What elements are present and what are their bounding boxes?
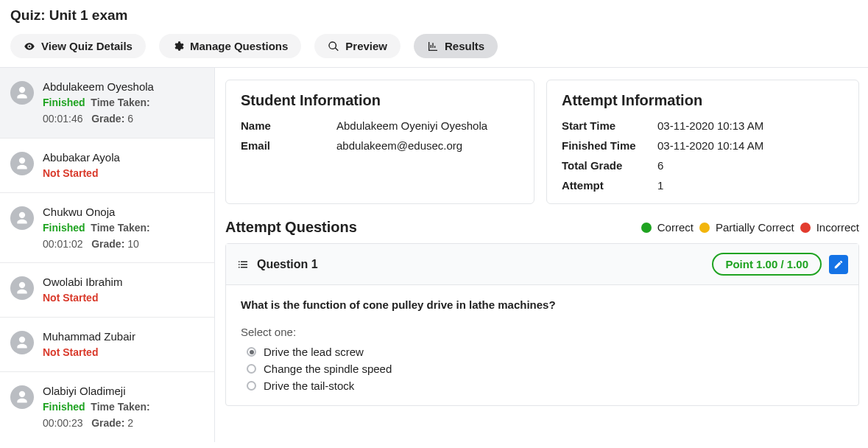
- student-info-card: Student Information Name Abdulakeem Oyen…: [225, 80, 534, 204]
- chart-icon: [427, 41, 439, 52]
- attempt-value: 1: [657, 179, 844, 192]
- tab-results[interactable]: Results: [414, 34, 498, 58]
- grade-label: Grade:: [91, 113, 124, 125]
- student-name: Chukwu Onoja: [43, 203, 150, 220]
- name-value: Abdulakeem Oyeniyi Oyeshola: [336, 119, 519, 132]
- time-taken-label: Time Taken:: [91, 97, 149, 108]
- start-time-label: Start Time: [562, 119, 657, 132]
- tab-label: Results: [445, 40, 484, 52]
- radio-icon: [247, 347, 256, 357]
- answer-option: Drive the lead screw: [247, 346, 844, 358]
- attempt-label: Attempt: [562, 179, 657, 192]
- finish-time-label: Finished Time: [562, 139, 657, 152]
- card-title: Student Information: [241, 92, 519, 109]
- avatar: [10, 385, 34, 409]
- dot-partial-icon: [699, 223, 710, 233]
- question-card: Question 1 Point 1.00 / 1.00 What is the…: [225, 243, 859, 406]
- total-grade-label: Total Grade: [562, 159, 657, 172]
- tab-label: Manage Questions: [190, 40, 288, 52]
- student-name: Abubakar Ayola: [43, 149, 120, 166]
- student-list-item[interactable]: Chukwu Onoja Finished Time Taken: 00:01:…: [0, 193, 214, 264]
- page-title: Quiz: Unit 1 exam: [10, 7, 858, 24]
- option-text: Change the spindle speed: [264, 363, 392, 375]
- start-time-value: 03-11-2020 10:13 AM: [657, 119, 844, 132]
- radio-icon: [247, 381, 256, 391]
- student-name: Abdulakeem Oyeshola: [43, 78, 154, 95]
- radio-icon: [247, 364, 256, 374]
- time-taken-value: 00:00:23: [43, 417, 83, 429]
- email-value: abdulakeem@edusec.org: [336, 139, 519, 152]
- pencil-icon: [833, 259, 844, 270]
- option-text: Drive the lead screw: [264, 346, 364, 358]
- dot-incorrect-icon: [800, 223, 811, 233]
- legend-partial: Partially Correct: [716, 221, 794, 234]
- point-badge: Point 1.00 / 1.00: [712, 253, 822, 276]
- tab-label: View Quiz Details: [41, 40, 133, 52]
- option-text: Drive the tail-stock: [264, 379, 354, 392]
- avatar: [10, 276, 34, 300]
- student-list-item[interactable]: Abdulakeem Oyeshola Finished Time Taken:…: [0, 68, 214, 139]
- status-badge: Finished: [43, 222, 85, 234]
- list-icon: [236, 258, 250, 271]
- grade-label: Grade:: [91, 238, 124, 250]
- grade-value: 2: [127, 417, 133, 429]
- student-list-item[interactable]: Owolabi Ibrahim Not Started: [0, 263, 214, 318]
- grade-value: 10: [127, 238, 139, 250]
- legend-incorrect: Incorrect: [816, 221, 859, 234]
- avatar: [10, 331, 34, 354]
- grade-label: Grade:: [91, 417, 124, 429]
- tab-label: Preview: [345, 40, 387, 52]
- total-grade-value: 6: [657, 159, 844, 172]
- attempt-questions-title: Attempt Questions: [225, 219, 357, 236]
- student-name: Olabiyi Oladimeji: [43, 382, 150, 399]
- search-icon: [328, 41, 339, 52]
- avatar: [10, 152, 34, 175]
- time-taken-label: Time Taken:: [91, 401, 149, 413]
- attempt-info-card: Attempt Information Start Time 03-11-202…: [546, 80, 859, 204]
- status-badge: Not Started: [43, 292, 98, 304]
- name-label: Name: [241, 119, 336, 132]
- avatar: [10, 81, 34, 105]
- tab-view-details[interactable]: View Quiz Details: [10, 34, 146, 58]
- student-list-sidebar[interactable]: Abdulakeem Oyeshola Finished Time Taken:…: [0, 68, 215, 442]
- question-text: What is the function of cone pulley driv…: [241, 298, 844, 311]
- tab-manage-questions[interactable]: Manage Questions: [159, 34, 301, 58]
- time-taken-value: 00:01:46: [43, 113, 83, 125]
- status-badge: Finished: [43, 401, 85, 413]
- answer-option: Change the spindle speed: [247, 363, 844, 375]
- time-taken-label: Time Taken:: [91, 222, 149, 234]
- legend: Correct Partially Correct Incorrect: [641, 221, 859, 234]
- card-title: Attempt Information: [562, 92, 844, 109]
- student-name: Owolabi Ibrahim: [43, 273, 122, 290]
- grade-value: 6: [127, 113, 133, 125]
- question-title: Question 1: [236, 258, 318, 271]
- email-label: Email: [241, 139, 336, 152]
- time-taken-value: 00:01:02: [43, 238, 83, 250]
- avatar: [10, 206, 34, 230]
- student-list-item[interactable]: Muhammad Zubair Not Started: [0, 318, 214, 372]
- eye-icon: [24, 41, 35, 52]
- status-badge: Not Started: [43, 167, 98, 179]
- finish-time-value: 03-11-2020 10:14 AM: [657, 139, 844, 152]
- student-list-item[interactable]: Abubakar Ayola Not Started: [0, 139, 214, 193]
- tabs-bar: View Quiz Details Manage Questions Previ…: [10, 34, 858, 67]
- dot-correct-icon: [641, 223, 652, 233]
- student-list-item[interactable]: Olabiyi Oladimeji Finished Time Taken: 0…: [0, 372, 214, 442]
- student-name: Muhammad Zubair: [43, 328, 135, 345]
- answer-option: Drive the tail-stock: [247, 379, 844, 392]
- question-label: Question 1: [257, 258, 318, 271]
- gear-icon: [172, 41, 184, 52]
- select-one-label: Select one:: [241, 326, 844, 338]
- edit-button[interactable]: [829, 255, 848, 274]
- legend-correct: Correct: [657, 221, 694, 234]
- status-badge: Not Started: [43, 346, 98, 358]
- tab-preview[interactable]: Preview: [314, 34, 401, 58]
- status-badge: Finished: [43, 97, 85, 108]
- main-content: Student Information Name Abdulakeem Oyen…: [215, 68, 868, 442]
